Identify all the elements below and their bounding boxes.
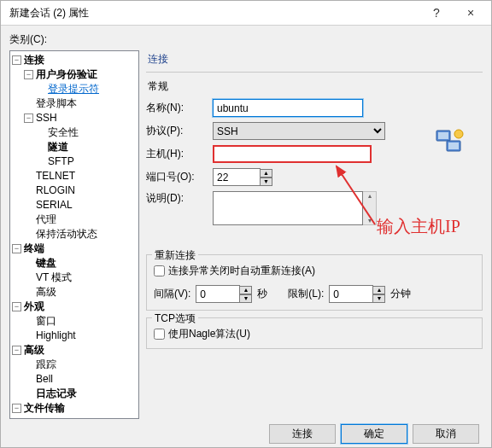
reconnect-legend: 重新连接: [152, 248, 198, 263]
tree-toggle-icon[interactable]: −: [12, 302, 21, 311]
tree-transfer[interactable]: 文件传输: [24, 401, 65, 416]
tree-log[interactable]: 日志记录: [36, 387, 77, 401]
interval-input[interactable]: [196, 285, 240, 303]
tree-keepalive[interactable]: 保持活动状态: [36, 227, 97, 241]
divider: [146, 72, 483, 73]
interval-unit: 秒: [257, 287, 267, 301]
tree-terminal[interactable]: 终端: [24, 241, 44, 256]
close-button[interactable]: ×: [454, 1, 488, 25]
tree-login-script[interactable]: 登录脚本: [36, 96, 77, 111]
network-icon: [435, 127, 464, 156]
limit-input[interactable]: [329, 285, 373, 303]
tree-trace[interactable]: 跟踪: [36, 358, 56, 372]
category-label: 类别(C):: [9, 32, 483, 47]
tree-advanced[interactable]: 高级: [24, 343, 44, 358]
tree-bell[interactable]: Bell: [36, 372, 53, 387]
protocol-label: 协议(P):: [146, 124, 213, 138]
panel-title: 连接: [148, 52, 483, 67]
limit-label: 限制(L):: [288, 287, 324, 301]
tree-connection[interactable]: 连接: [24, 53, 44, 67]
description-textarea[interactable]: [213, 191, 363, 225]
reconnect-group: 重新连接 连接异常关闭时自动重新连接(A) 间隔(V): ▲▼ 秒 限制(L: [146, 254, 483, 311]
port-spinner[interactable]: ▲▼: [260, 169, 272, 186]
port-label: 端口号(O):: [146, 170, 213, 184]
tree-toggle-icon[interactable]: −: [24, 70, 33, 79]
tree-tunnel[interactable]: 隧道: [48, 140, 68, 154]
tree-toggle-icon[interactable]: −: [12, 346, 21, 355]
nagle-label: 使用Nagle算法(U): [168, 327, 250, 341]
content-pane: 连接 常规 名称(N): 协议(P): SSH 主机(H):: [146, 50, 483, 419]
host-label: 主机(H):: [146, 147, 213, 161]
tcp-group: TCP选项 使用Nagle算法(U): [146, 317, 483, 349]
nagle-checkbox[interactable]: [154, 329, 165, 340]
auto-reconnect-checkbox[interactable]: [154, 265, 165, 276]
connect-button[interactable]: 连接: [269, 424, 336, 444]
svg-point-4: [454, 130, 463, 138]
name-label: 名称(N):: [146, 101, 213, 115]
tree-vt[interactable]: VT 模式: [36, 271, 72, 285]
titlebar: 新建会话 (2) 属性 ? ×: [1, 1, 491, 26]
help-button[interactable]: ?: [419, 1, 454, 25]
dialog-footer: 连接 确定 取消: [9, 419, 483, 445]
host-input[interactable]: [213, 145, 372, 163]
tree-login-prompt[interactable]: 登录提示符: [48, 82, 99, 96]
tree-keyboard[interactable]: 键盘: [36, 256, 56, 271]
limit-spinner[interactable]: ▲▼: [372, 286, 385, 303]
window-title: 新建会话 (2) 属性: [9, 6, 419, 20]
tree-ssh[interactable]: SSH: [36, 111, 57, 125]
tree-telnet[interactable]: TELNET: [36, 169, 75, 183]
tree-proxy[interactable]: 代理: [36, 212, 56, 227]
general-section-label: 常规: [148, 79, 483, 94]
session-properties-dialog: 新建会话 (2) 属性 ? × 类别(C): −连接 −用户身份验证 登录提示符: [0, 0, 492, 448]
limit-unit: 分钟: [390, 287, 411, 301]
tree-sftp[interactable]: SFTP: [48, 154, 74, 169]
tree-toggle-icon[interactable]: −: [12, 244, 21, 253]
tree-highlight[interactable]: Highlight: [36, 329, 76, 343]
auto-reconnect-label: 连接异常关闭时自动重新连接(A): [168, 264, 315, 278]
svg-rect-1: [438, 132, 448, 139]
tree-window[interactable]: 窗口: [36, 314, 56, 329]
tree-appearance[interactable]: 外观: [24, 300, 44, 314]
tree-adv1[interactable]: 高级: [36, 285, 56, 300]
tree-toggle-icon[interactable]: −: [24, 113, 33, 123]
tree-auth[interactable]: 用户身份验证: [36, 67, 97, 82]
tree-serial[interactable]: SERIAL: [36, 198, 73, 212]
tree-rlogin[interactable]: RLOGIN: [36, 183, 75, 198]
tree-security[interactable]: 安全性: [48, 125, 79, 140]
interval-label: 间隔(V):: [154, 287, 190, 301]
tcp-legend: TCP选项: [152, 311, 198, 326]
interval-spinner[interactable]: ▲▼: [239, 286, 252, 303]
tree-toggle-icon[interactable]: −: [12, 55, 21, 65]
cancel-button[interactable]: 取消: [413, 424, 479, 444]
name-input[interactable]: [213, 99, 363, 117]
tree-toggle-icon[interactable]: −: [12, 404, 21, 413]
ok-button[interactable]: 确定: [341, 424, 407, 444]
port-input[interactable]: [213, 168, 261, 186]
svg-rect-3: [448, 143, 459, 149]
scrollbar[interactable]: ▴▾: [363, 191, 377, 225]
category-tree[interactable]: −连接 −用户身份验证 登录提示符 登录脚本 −SSH 安全性 隧道: [9, 50, 139, 419]
protocol-select[interactable]: SSH: [213, 122, 385, 140]
desc-label: 说明(D):: [146, 191, 213, 206]
